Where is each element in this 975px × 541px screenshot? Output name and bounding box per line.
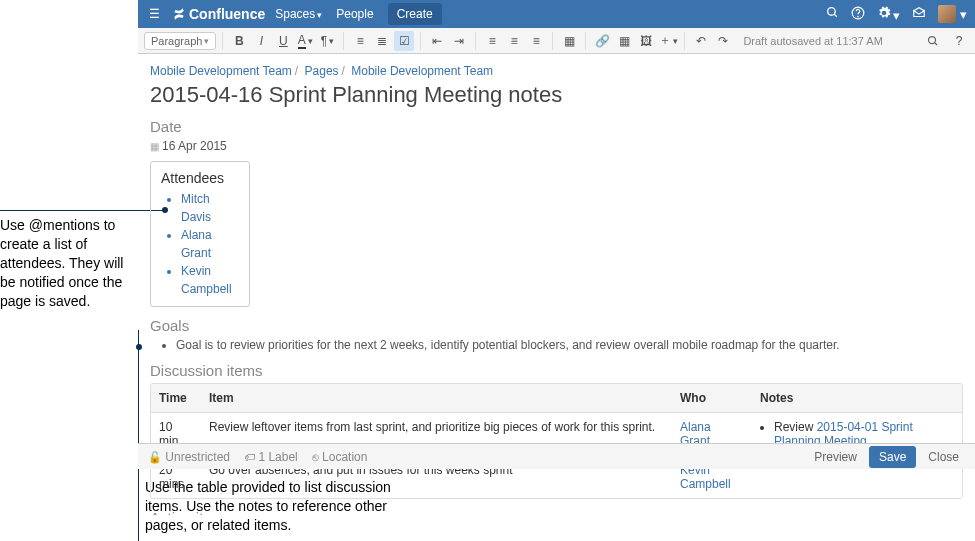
undo-button[interactable]: ↶	[691, 31, 711, 51]
col-notes: Notes	[752, 384, 962, 413]
action-items-heading: Action items	[150, 509, 963, 515]
callout-attendees: Use @mentions to create a list of attend…	[0, 216, 135, 310]
attendees-heading: Attendees	[161, 170, 239, 186]
user-avatar[interactable]: ▾	[938, 5, 967, 23]
location-icon: ⎋	[312, 451, 319, 463]
image-button[interactable]: 🖼	[636, 31, 656, 51]
svg-point-4	[929, 36, 936, 43]
paragraph-select[interactable]: Paragraph▾	[144, 32, 216, 50]
date-value: ▦16 Apr 2015	[150, 139, 963, 153]
app-header: ☰ Confluence Spaces▾ People Create ▾	[138, 0, 975, 28]
bullet-list-button[interactable]: ≡	[350, 31, 370, 51]
align-left-button[interactable]: ≡	[482, 31, 502, 51]
editor-toolbar: Paragraph▾ B I U A▾ ¶▾ ≡ ≣ ☑ ⇤ ⇥ ≡ ≡ ≡ ▦…	[138, 28, 975, 54]
restrictions-button[interactable]: 🔓 Unrestricted	[148, 450, 230, 464]
editor-footer: 🔓 Unrestricted 🏷 1 Label ⎋ Location Prev…	[138, 443, 975, 469]
svg-line-5	[935, 42, 938, 45]
table-button[interactable]: ▦	[614, 31, 634, 51]
goals-heading: Goals	[150, 317, 963, 334]
discussion-table[interactable]: Time Item Who Notes 10 min Review leftov…	[151, 384, 962, 498]
link-button[interactable]: 🔗	[592, 31, 612, 51]
goal-item: Goal is to review priorities for the nex…	[176, 338, 963, 352]
italic-button[interactable]: I	[251, 31, 271, 51]
col-time: Time	[151, 384, 201, 413]
discussion-heading: Discussion items	[150, 362, 963, 379]
attendee-link[interactable]: Alana Grant	[181, 226, 239, 262]
task-list-button[interactable]: ☑	[394, 31, 414, 51]
svg-point-3	[858, 16, 859, 17]
help-editor-button[interactable]: ?	[949, 31, 969, 51]
col-who: Who	[672, 384, 752, 413]
align-right-button[interactable]: ≡	[526, 31, 546, 51]
unlock-icon: 🔓	[148, 451, 162, 463]
bold-button[interactable]: B	[229, 31, 249, 51]
settings-icon[interactable]: ▾	[877, 6, 900, 23]
tag-icon: 🏷	[244, 451, 255, 463]
notifications-icon[interactable]	[912, 6, 926, 23]
svg-line-1	[834, 14, 837, 17]
col-item: Item	[201, 384, 672, 413]
nav-people[interactable]: People	[336, 7, 373, 21]
attendee-link[interactable]: Kevin Campbell	[181, 262, 239, 298]
close-button[interactable]: Close	[922, 446, 965, 468]
nav-spaces[interactable]: Spaces▾	[275, 7, 322, 21]
find-button[interactable]	[923, 31, 943, 51]
preview-button[interactable]: Preview	[808, 446, 863, 468]
date-heading: Date	[150, 118, 963, 135]
labels-button[interactable]: 🏷 1 Label	[244, 450, 298, 464]
breadcrumb-a[interactable]: Mobile Development Team	[150, 64, 292, 78]
calendar-icon: ▦	[150, 141, 159, 152]
breadcrumb-c[interactable]: Mobile Development Team	[351, 64, 493, 78]
outdent-button[interactable]: ⇤	[427, 31, 447, 51]
confluence-logo[interactable]: Confluence	[172, 6, 265, 22]
color-button[interactable]: A▾	[295, 31, 315, 51]
draft-status: Draft autosaved at 11:37 AM	[743, 35, 882, 47]
indent-button[interactable]: ⇥	[449, 31, 469, 51]
attendee-link[interactable]: Mitch Davis	[181, 190, 239, 226]
number-list-button[interactable]: ≣	[372, 31, 392, 51]
redo-button[interactable]: ↷	[713, 31, 733, 51]
location-button[interactable]: ⎋ Location	[312, 450, 368, 464]
save-button[interactable]: Save	[869, 446, 916, 468]
align-center-button[interactable]: ≡	[504, 31, 524, 51]
svg-point-0	[828, 8, 836, 16]
more-format-button[interactable]: ¶▾	[317, 31, 337, 51]
page-title[interactable]: 2015-04-16 Sprint Planning Meeting notes	[150, 82, 963, 108]
breadcrumb: Mobile Development Team/ Pages/ Mobile D…	[150, 64, 963, 78]
attendees-panel: Attendees Mitch Davis Alana Grant Kevin …	[150, 161, 250, 307]
layout-button[interactable]: ▦	[559, 31, 579, 51]
underline-button[interactable]: U	[273, 31, 293, 51]
search-icon[interactable]	[826, 6, 839, 22]
help-icon[interactable]	[851, 6, 865, 23]
create-button[interactable]: Create	[388, 3, 442, 25]
insert-button[interactable]: ＋▾	[658, 31, 678, 51]
menu-icon[interactable]: ☰	[146, 7, 162, 21]
breadcrumb-b[interactable]: Pages	[305, 64, 339, 78]
